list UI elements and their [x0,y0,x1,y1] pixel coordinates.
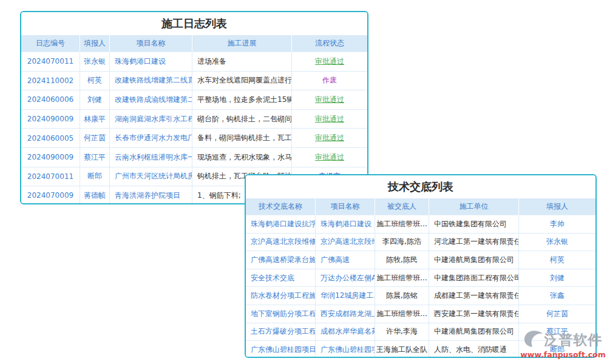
cell-disclosure-name[interactable]: 安全技术交底 [246,269,316,287]
cell-reporter[interactable]: 刘健 [80,90,110,109]
cell-recipient: 施工班组带班... [375,215,429,233]
table-row: 2024060006刘健改建铁路成渝线增建第二...平整场地，拉走多余泥土15辆… [21,90,367,110]
cell-disclosure-name[interactable]: 珠海鹤港口建设抗浮... [246,215,316,233]
cell-project-name[interactable]: 湖南洞庭湖水库引水工程... [110,110,192,129]
cell-status[interactable]: 审批通过 [292,90,367,109]
cell-unit: 西安建工第一建筑有限责任公司 [429,305,519,323]
cell-unit: 中国铁建集团有限公司 [429,215,519,233]
cell-project-name[interactable]: 西安成都路龙湖上... [316,305,375,323]
cell-reporter[interactable]: 李帅 [519,215,595,233]
cell-recipient: 王海施工队全队 [375,341,429,358]
column-header-log-id: 日志编号 [21,35,80,52]
cell-status[interactable]: 审批通过 [292,110,367,129]
cell-project-name[interactable]: 珠海鹤港口建设 [110,52,192,71]
cell-progress: 平整场地，拉走多余泥土15辆... [192,90,292,109]
table-row: 2024090009蔡江平云南水利枢纽潜明水库一...现场巡查，无积水现象，水马… [21,148,367,167]
column-header-disclosure-name: 技术交底名称 [246,198,316,215]
cell-project-name[interactable]: 改建铁路线增建第二线直... [110,72,192,90]
cell-disclosure-name[interactable]: 地下室钢筋分项工程... [246,305,316,323]
cell-recipient: 陈晨,陈铭 [375,287,429,305]
cell-recipient: 施工班组带班... [375,269,429,287]
cell-project-name[interactable]: 广佛高速 [316,251,375,269]
cell-reporter[interactable]: 何芷茵 [519,305,595,323]
cell-log-id[interactable]: 2024070009 [21,186,80,204]
cell-progress: 砌台阶，钩机排土，二包砌间... [192,110,292,129]
cell-project-name[interactable]: 成都水岸华庭名苑... [316,323,375,341]
cell-disclosure-name[interactable]: 土石方爆破分项工程... [246,323,316,341]
column-header-reporter: 填报人 [519,198,595,215]
table-row: 2024060005何芷茵长春市伊通河水力发电厂...备料，砌间墙钩机排土，瓦工… [21,129,367,148]
fanpu-logo-icon [524,330,543,350]
cell-recipient: 陈牧,陈民 [375,251,429,269]
brand-name: 泛普软件 [544,331,603,349]
column-header-project: 项目名称 [110,35,192,52]
column-header-reporter: 填报人 [80,35,110,52]
cell-progress: 现场巡查，无积水现象，水马... [192,148,292,167]
cell-status[interactable]: 审批通过 [292,148,367,167]
cell-recipient: 许华,李海 [375,323,429,341]
cell-log-id[interactable]: 2024110002 [21,72,80,90]
cell-project-name[interactable]: 广东佛山碧桂园项目 [316,341,375,358]
cell-project-name[interactable]: 广州市天河区统计局机房... [110,167,192,186]
cell-log-id[interactable]: 2024070011 [21,167,80,186]
table-row: 京沪高速北京段维修...京沪高速北京段维修李四海,陈浩河北建工第一建筑有限责任公… [246,234,595,252]
table-row: 安全技术交底万达办公楼左侧A...施工班组带班...中建集团路面工程有限公司刘健 [246,269,595,288]
cell-project-name[interactable]: 改建铁路成渝线增建第二... [110,90,192,109]
table-row: 防水卷材分项工程施...华润12城房建工...陈晨,陈铭成都建工第一建筑有限责任… [246,287,595,305]
cell-project-name[interactable]: 云南水利枢纽潜明水库一... [110,148,192,167]
cell-recipient: 施工班组带班... [375,305,429,323]
cell-unit: 人防、水电、消防暖通 [429,341,519,358]
cell-disclosure-name[interactable]: 防水卷材分项工程施... [246,287,316,305]
cell-reporter[interactable]: 柯英 [519,251,595,269]
column-header-unit: 施工单位 [429,198,519,215]
cell-progress: 水车对全线遮阳网覆盖点进行... [192,72,292,90]
cell-unit: 河北建工第一建筑有限责任公司 [429,234,519,251]
table-row: 2024070011张永银珠海鹤港口建设进场准备审批通过 [21,52,367,72]
cell-unit: 中建港航局集团有限公司 [429,251,519,269]
cell-project-name[interactable]: 长春市伊通河水力发电厂... [110,129,192,147]
cell-project-name[interactable]: 青海洪湖养护院项目 [110,186,192,204]
cell-project-name[interactable]: 华润12城房建工... [316,287,375,305]
cell-log-id[interactable]: 2024070011 [21,52,80,71]
construction-log-header-row: 日志编号 填报人 项目名称 施工进展 流程状态 [21,35,367,52]
tech-disclosure-header-row: 技术交底名称 项目名称 被交底人 施工单位 填报人 [246,198,595,215]
table-row: 2024110002柯英改建铁路线增建第二线直...水车对全线遮阳网覆盖点进行.… [21,72,367,91]
cell-disclosure-name[interactable]: 广佛高速桥梁承台施... [246,251,316,269]
cell-project-name[interactable]: 京沪高速北京段维修 [316,234,375,251]
cell-log-id[interactable]: 2024090009 [21,110,80,129]
column-header-status: 流程状态 [292,35,367,52]
brand-url: www.fanpusoft.com [519,350,607,359]
cell-recipient: 李四海,陈浩 [375,234,429,251]
column-header-project: 项目名称 [316,198,375,215]
construction-log-title: 施工日志列表 [21,12,367,35]
cell-progress: 进场准备 [192,52,292,71]
cell-status[interactable]: 审批通过 [292,129,367,147]
cell-project-name[interactable]: 万达办公楼左侧A... [316,269,375,287]
cell-reporter[interactable]: 张鑫 [519,287,595,305]
cell-reporter[interactable]: 刘健 [519,269,595,287]
cell-log-id[interactable]: 2024060005 [21,129,80,147]
table-row: 2024090009林康平湖南洞庭湖水库引水工程...砌台阶，钩机排土，二包砌间… [21,110,367,129]
cell-disclosure-name[interactable]: 广东佛山碧桂园项目... [246,341,316,358]
cell-project-name[interactable]: 珠海鹤港口建设 [316,215,375,233]
tech-disclosure-title: 技术交底列表 [246,175,595,198]
cell-status[interactable]: 审批通过 [292,52,367,71]
table-row: 地下室钢筋分项工程...西安成都路龙湖上...施工班组带班...西安建工第一建筑… [246,305,595,323]
cell-reporter[interactable]: 蒋德帧 [80,186,110,204]
cell-unit: 中建港航局集团有限公司 [429,323,519,341]
column-header-progress: 施工进展 [192,35,292,52]
cell-reporter[interactable]: 柯英 [80,72,110,90]
cell-reporter[interactable]: 断郎 [80,167,110,186]
cell-reporter[interactable]: 林康平 [80,110,110,129]
cell-progress: 备料，砌间墙钩机排土，瓦工... [192,129,292,147]
cell-log-id[interactable]: 2024090009 [21,148,80,167]
cell-reporter[interactable]: 蔡江平 [80,148,110,167]
cell-reporter[interactable]: 张永银 [519,234,595,251]
cell-log-id[interactable]: 2024060006 [21,90,80,109]
cell-disclosure-name[interactable]: 京沪高速北京段维修... [246,234,316,251]
table-row: 广佛高速桥梁承台施...广佛高速陈牧,陈民中建港航局集团有限公司柯英 [246,251,595,269]
cell-unit: 成都建工第一建筑有限责任公司 [429,287,519,305]
cell-reporter[interactable]: 何芷茵 [80,129,110,147]
cell-reporter[interactable]: 张永银 [80,52,110,71]
cell-status[interactable]: 作废 [292,72,367,90]
